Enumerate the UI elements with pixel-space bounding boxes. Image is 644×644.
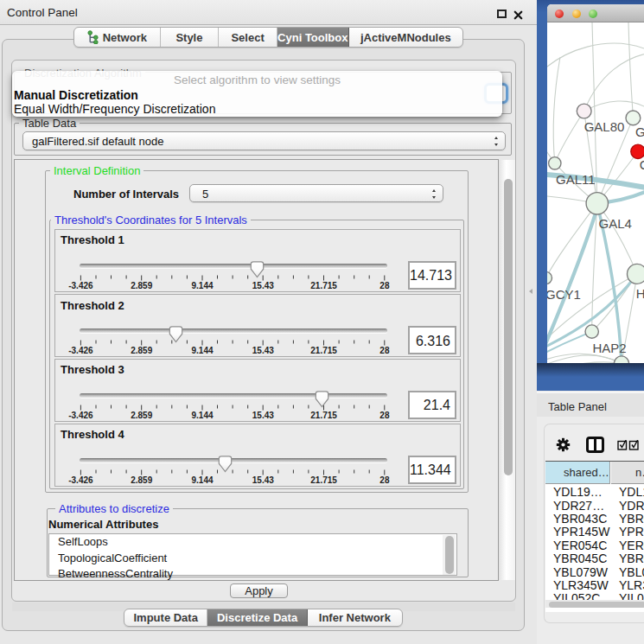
svg-text:GCY1: GCY1 — [547, 287, 581, 302]
svg-text:GAL11: GAL11 — [556, 172, 596, 187]
svg-text:H: H — [636, 286, 644, 301]
svg-text:GAL80: GAL80 — [584, 119, 625, 134]
svg-text:C: C — [640, 157, 644, 172]
svg-text:GAL4: GAL4 — [599, 216, 632, 231]
svg-text:GA: GA — [635, 124, 644, 139]
svg-text:HAP2: HAP2 — [592, 341, 626, 355]
